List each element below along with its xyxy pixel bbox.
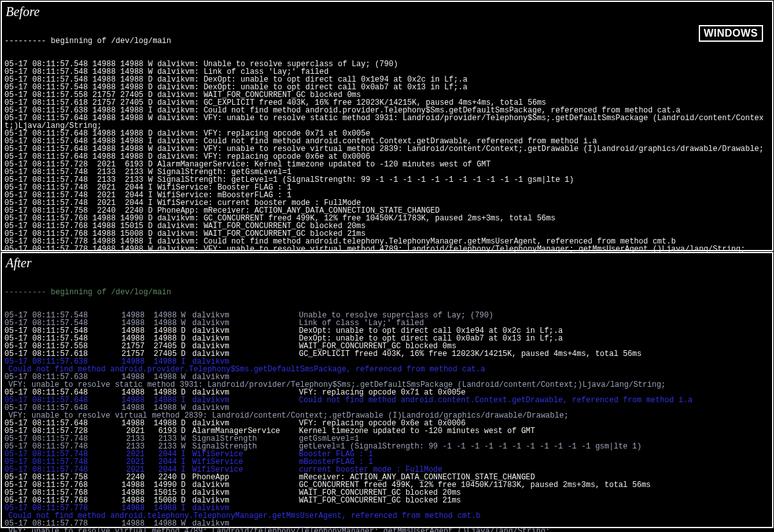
log-line: 05-17 08:11:57.6381498814988IdalvikvmCou… [4, 358, 770, 373]
log-line: 05-17 08:11:57.74820212044IWifiServiceBo… [4, 450, 770, 458]
log-line: 05-17 08:11:57.6381498814988WdalvikvmVFY… [4, 373, 770, 389]
log-line: 05-17 08:11:57.74821332133WSignalStrengt… [4, 443, 770, 450]
log-message: GC_EXPLICIT freed 403K, 16% free 12023K/… [299, 350, 642, 358]
before-title: Before [2, 2, 772, 21]
log-divider: --------- beginning of /dev/log/main [4, 288, 770, 296]
log-message: VFY: unable to resolve virtual method 47… [8, 528, 550, 532]
log-line: 05-17 08:11:57.6481498814988IdalvikvmCou… [4, 396, 770, 404]
after-title: After [2, 253, 772, 272]
log-line: 05-17 08:11:57.7681498815008DdalvikvmWAI… [4, 497, 770, 504]
before-panel: Before WINDOWS --------- beginning of /d… [1, 1, 773, 251]
log-divider: --------- beginning of /dev/log/main [4, 37, 770, 45]
log-line: 05-17 08:11:57.6481498814988WdalvikvmVFY… [4, 404, 770, 420]
before-log-area[interactable]: --------- beginning of /dev/log/main 05-… [2, 21, 772, 278]
log-line: 05-17 08:11:57.72820216193DAlarmManagerS… [4, 427, 770, 435]
log-line: 05-17 08:11:57.6182175727405DdalvikvmGC_… [4, 350, 770, 358]
log-line: 05-17 08:11:57.7781498814988WdalvikvmVFY… [4, 520, 770, 532]
log-line: 05-17 08:11:57.648 14988 14988 W dalvikv… [4, 114, 770, 130]
windows-button[interactable]: WINDOWS [699, 25, 763, 42]
log-message: Could not find method android.content.Co… [299, 396, 692, 404]
log-line: 05-17 08:11:57.7781498814988IdalvikvmCou… [4, 504, 770, 520]
after-log-area[interactable]: --------- beginning of /dev/log/main 05-… [2, 272, 772, 532]
log-message: WAIT_FOR_CONCURRENT_GC blocked 21ms [299, 497, 461, 504]
log-message: VFY: unable to resolve virtual method 28… [8, 412, 568, 420]
after-panel: After --------- beginning of /dev/log/ma… [1, 252, 773, 528]
